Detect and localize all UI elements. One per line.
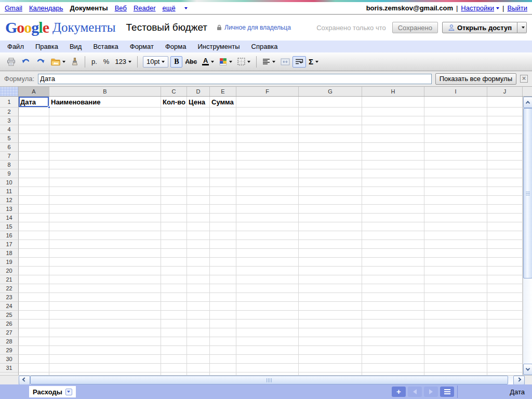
cell-D13[interactable] (187, 205, 210, 214)
share-dropdown-button[interactable] (517, 22, 527, 33)
cell-I1[interactable] (424, 97, 487, 108)
cell-D17[interactable] (187, 240, 210, 249)
cell-B3[interactable] (49, 116, 161, 125)
cell-D16[interactable] (187, 231, 210, 240)
settings-link[interactable]: Настройки (461, 4, 494, 12)
cell-F23[interactable] (236, 293, 299, 302)
cell-A15[interactable] (19, 222, 49, 231)
cell-B25[interactable] (49, 311, 161, 320)
column-header-F[interactable]: F (236, 87, 299, 96)
cell-I30[interactable] (424, 355, 487, 364)
row-header-9[interactable]: 9 (0, 169, 19, 178)
cell-G20[interactable] (299, 267, 362, 275)
cell-B29[interactable] (49, 346, 161, 355)
cell-J31[interactable] (487, 364, 523, 373)
cell-A9[interactable] (19, 169, 49, 178)
scroll-up-button[interactable] (523, 97, 532, 108)
cell-D5[interactable] (187, 134, 210, 143)
cell-F13[interactable] (236, 205, 299, 214)
cell-I28[interactable] (424, 337, 487, 346)
cell-A13[interactable] (19, 205, 49, 214)
cell-B16[interactable] (49, 231, 161, 240)
cell-B7[interactable] (49, 152, 161, 161)
cell-H10[interactable] (362, 178, 424, 187)
next-sheet-button[interactable] (424, 387, 438, 397)
row-header-8[interactable]: 8 (0, 161, 19, 169)
cell-I27[interactable] (424, 328, 487, 337)
cell-A29[interactable] (19, 346, 49, 355)
cell-F2[interactable] (236, 108, 299, 116)
cell-C27[interactable] (161, 328, 187, 337)
cell-H27[interactable] (362, 328, 424, 337)
cell-I18[interactable] (424, 249, 487, 258)
cell-B1[interactable]: Наименование (49, 97, 161, 108)
cell-I13[interactable] (424, 205, 487, 214)
row-header-1[interactable]: 1 (0, 97, 19, 108)
fill-handle[interactable] (48, 106, 50, 109)
cell-D1[interactable]: Цена (187, 97, 210, 108)
cell-I21[interactable] (424, 275, 487, 284)
cell-D30[interactable] (187, 355, 210, 364)
cell-H9[interactable] (362, 169, 424, 178)
share-button[interactable]: Открыть доступ (442, 22, 517, 33)
nav-link-documents[interactable]: Документы (70, 4, 108, 12)
cell-E20[interactable] (210, 267, 236, 275)
row-header-31[interactable]: 31 (0, 364, 19, 373)
cell-D31[interactable] (187, 364, 210, 373)
cell-G2[interactable] (299, 108, 362, 116)
row-header-21[interactable]: 21 (0, 275, 19, 284)
cell-E17[interactable] (210, 240, 236, 249)
cell-B2[interactable] (49, 108, 161, 116)
align-button[interactable] (260, 57, 278, 66)
cell-E27[interactable] (210, 328, 236, 337)
cell-B10[interactable] (49, 178, 161, 187)
cell-F11[interactable] (236, 187, 299, 196)
cell-C25[interactable] (161, 311, 187, 320)
cell-F31[interactable] (236, 364, 299, 373)
cell-F26[interactable] (236, 320, 299, 328)
nav-link-web[interactable]: Веб (115, 4, 127, 12)
cell-C-partial[interactable] (161, 373, 187, 375)
cell-E21[interactable] (210, 275, 236, 284)
cell-H7[interactable] (362, 152, 424, 161)
paint-format-button[interactable] (68, 57, 82, 67)
cell-F14[interactable] (236, 214, 299, 222)
row-header-4[interactable]: 4 (0, 125, 19, 134)
cell-F22[interactable] (236, 284, 299, 293)
cell-J11[interactable] (487, 187, 523, 196)
cell-B13[interactable] (49, 205, 161, 214)
column-header-A[interactable]: A (19, 87, 49, 96)
cell-E10[interactable] (210, 178, 236, 187)
cell-B22[interactable] (49, 284, 161, 293)
cell-B17[interactable] (49, 240, 161, 249)
cell-B26[interactable] (49, 320, 161, 328)
more-dropdown-icon[interactable] (184, 7, 188, 9)
cell-B19[interactable] (49, 258, 161, 267)
cell-E29[interactable] (210, 346, 236, 355)
cell-G8[interactable] (299, 161, 362, 169)
cell-A27[interactable] (19, 328, 49, 337)
cell-F-partial[interactable] (236, 373, 299, 375)
row-header-17[interactable]: 17 (0, 240, 19, 249)
cell-D15[interactable] (187, 222, 210, 231)
cell-J8[interactable] (487, 161, 523, 169)
cell-F4[interactable] (236, 125, 299, 134)
cell-G11[interactable] (299, 187, 362, 196)
cell-J22[interactable] (487, 284, 523, 293)
row-header-13[interactable]: 13 (0, 205, 19, 214)
cell-G12[interactable] (299, 196, 362, 205)
cell-F6[interactable] (236, 143, 299, 152)
cell-C20[interactable] (161, 267, 187, 275)
cell-G18[interactable] (299, 249, 362, 258)
wrap-text-button[interactable] (292, 56, 306, 68)
cell-F27[interactable] (236, 328, 299, 337)
cell-A21[interactable] (19, 275, 49, 284)
cell-I20[interactable] (424, 267, 487, 275)
cell-B20[interactable] (49, 267, 161, 275)
cell-C3[interactable] (161, 116, 187, 125)
cell-H14[interactable] (362, 214, 424, 222)
cell-A12[interactable] (19, 196, 49, 205)
cell-I31[interactable] (424, 364, 487, 373)
cell-J23[interactable] (487, 293, 523, 302)
cell-I-partial[interactable] (424, 373, 487, 375)
